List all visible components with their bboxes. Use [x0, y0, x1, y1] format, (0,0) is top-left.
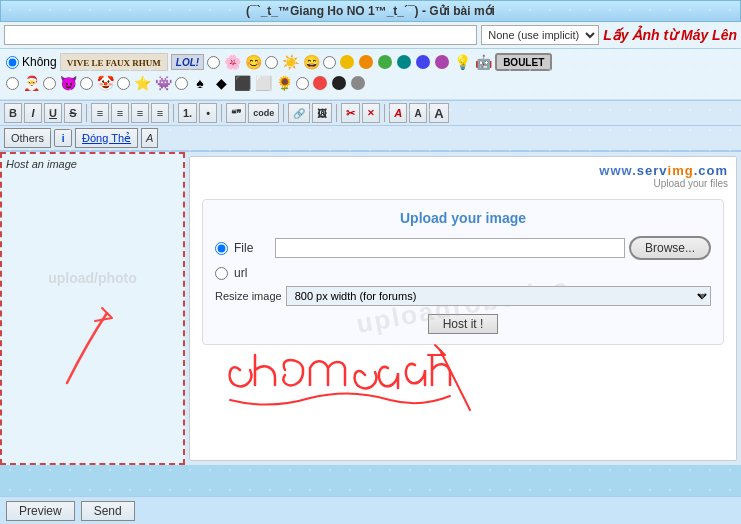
font-a2-button[interactable]: A — [409, 103, 427, 123]
send-button[interactable]: Send — [81, 501, 135, 521]
emote-face2[interactable]: 😄 — [302, 53, 320, 71]
top-input-row: None (use implicit) Lấy Ảnh từ Máy Lên — [0, 22, 741, 49]
toolbar-sep-5 — [336, 104, 337, 122]
subject-input[interactable] — [4, 25, 477, 45]
handwriting-svg-left — [7, 293, 177, 413]
scissors-button[interactable]: ✂ — [341, 103, 360, 123]
color-circle-gray[interactable] — [351, 76, 365, 90]
lol-image: LOL! — [171, 54, 204, 70]
strikethrough-button[interactable]: S — [64, 103, 82, 123]
emoticon-row-1: Không VIVE LE FAUX RHUM LOL! 🌸 😊 ☀️ 😄 💡 … — [6, 53, 735, 71]
font-a3-button[interactable]: A — [429, 103, 448, 123]
emote-sun2[interactable]: 🌻 — [275, 74, 293, 92]
file-radio[interactable] — [215, 242, 228, 255]
emote-sun[interactable]: ☀️ — [281, 53, 299, 71]
toolbar-row-1: B I U S ≡ ≡ ≡ ≡ 1. • ❝❞ code 🔗 🖼 ✂ ✕ A A… — [0, 100, 741, 126]
radio-row2-6[interactable] — [296, 77, 309, 90]
servimg-subtitle: Upload your files — [654, 178, 728, 189]
second-toolbar-row: Others i Đóng Thẻ A — [0, 126, 741, 151]
list-ul-button[interactable]: • — [199, 103, 217, 123]
code-button[interactable]: code — [248, 103, 279, 123]
a-italic-button[interactable]: A — [141, 128, 158, 148]
emote-star[interactable]: ⭐ — [133, 74, 151, 92]
radio-khong[interactable]: Không — [6, 55, 57, 69]
radio-row2-2[interactable] — [43, 77, 56, 90]
upload-title: Upload your image — [215, 210, 711, 226]
bottom-bar: Preview Send — [0, 496, 741, 524]
underline-button[interactable]: U — [44, 103, 62, 123]
list-ol-button[interactable]: 1. — [178, 103, 197, 123]
bold-button[interactable]: B — [4, 103, 22, 123]
emote-face1[interactable]: 😊 — [244, 53, 262, 71]
servimg-logo: www.servimg.com — [599, 161, 728, 178]
none-dropdown[interactable]: None (use implicit) — [481, 25, 599, 45]
color-circle-teal[interactable] — [397, 55, 411, 69]
emote-diamond[interactable]: ◆ — [212, 74, 230, 92]
link-button[interactable]: 🔗 — [288, 103, 310, 123]
align-justify-button[interactable]: ≡ — [151, 103, 169, 123]
emote-clown[interactable]: 🤡 — [96, 74, 114, 92]
title-bar: (¯`_t_™Giang Ho NO 1™_t_´¯) - Gửi bài mớ… — [0, 0, 741, 22]
align-right-button[interactable]: ≡ — [131, 103, 149, 123]
emote-alien[interactable]: 👾 — [154, 74, 172, 92]
font-a1-button[interactable]: A — [389, 103, 407, 123]
quote-button[interactable]: ❝❞ — [226, 103, 246, 123]
emoticon-row-2: 🎅 😈 🤡 ⭐ 👾 ♠ ◆ ⬛ ⬜ 🌻 — [6, 74, 735, 92]
color-circle-purple[interactable] — [435, 55, 449, 69]
preview-button[interactable]: Preview — [6, 501, 75, 521]
emote-flower[interactable]: 🌸 — [223, 53, 241, 71]
host-image-panel: Host an image upload/photo — [0, 152, 185, 465]
color-circle-red[interactable] — [313, 76, 327, 90]
toolbar-sep-2 — [173, 104, 174, 122]
url-radio[interactable] — [215, 267, 228, 280]
align-center-button[interactable]: ≡ — [111, 103, 129, 123]
host-it-button[interactable]: Host it ! — [428, 314, 499, 334]
window-title: (¯`_t_™Giang Ho NO 1™_t_´¯) - Gửi bài mớ… — [246, 4, 495, 18]
boulet-image: BOULET — [495, 53, 552, 71]
host-image-label: Host an image — [6, 158, 179, 170]
servimg-header: www.servimg.com Upload your files — [190, 157, 736, 191]
toolbar-sep-3 — [221, 104, 222, 122]
color-circle-orange[interactable] — [359, 55, 373, 69]
servimg-logo-text: www. — [599, 163, 636, 178]
url-row: url — [215, 266, 711, 280]
color-circle-green[interactable] — [378, 55, 392, 69]
color-circle-blue[interactable] — [416, 55, 430, 69]
browse-button[interactable]: Browse... — [629, 236, 711, 260]
dong-the-button[interactable]: Đóng Thẻ — [75, 128, 138, 148]
radio-emote3[interactable] — [323, 56, 336, 69]
emote-devil[interactable]: 😈 — [59, 74, 77, 92]
delete-button[interactable]: ✕ — [362, 103, 380, 123]
radio-row2-5[interactable] — [175, 77, 188, 90]
image-button[interactable]: 🖼 — [312, 103, 332, 123]
emote-bulb[interactable]: 💡 — [453, 53, 471, 71]
emote-square2[interactable]: ⬜ — [254, 74, 272, 92]
file-label: File — [234, 241, 269, 255]
panel-watermark: upload/photo — [48, 270, 137, 286]
resize-select[interactable]: 800 px width (for forums) — [286, 286, 711, 306]
lay-anh-label: Lấy Ảnh từ Máy Lên — [603, 27, 737, 43]
align-left-button[interactable]: ≡ — [91, 103, 109, 123]
others-button[interactable]: Others — [4, 128, 51, 148]
emoticons-area: Không VIVE LE FAUX RHUM LOL! 🌸 😊 ☀️ 😄 💡 … — [0, 49, 741, 100]
emote-heart[interactable]: ♠ — [191, 74, 209, 92]
emote-face3[interactable]: 🤖 — [474, 53, 492, 71]
radio-row2-1[interactable] — [6, 77, 19, 90]
radio-row2-4[interactable] — [117, 77, 130, 90]
resize-wrapper: 800 px width (for forums) — [286, 286, 711, 306]
toolbar-sep-1 — [86, 104, 87, 122]
radio-emote1[interactable] — [207, 56, 220, 69]
color-circle-yellow[interactable] — [340, 55, 354, 69]
radio-emote2[interactable] — [265, 56, 278, 69]
resize-row: Resize image 800 px width (for forums) — [215, 286, 711, 306]
servimg-panel: uploadrobotics www.servimg.com Upload yo… — [189, 156, 737, 461]
color-circle-black[interactable] — [332, 76, 346, 90]
italic-button[interactable]: I — [24, 103, 42, 123]
file-path-input[interactable] — [275, 238, 625, 258]
radio-row2-3[interactable] — [80, 77, 93, 90]
emote-square1[interactable]: ⬛ — [233, 74, 251, 92]
info-button[interactable]: i — [54, 129, 72, 147]
emote-santa[interactable]: 🎅 — [22, 74, 40, 92]
banner-vive: VIVE LE FAUX RHUM — [60, 53, 168, 71]
resize-label: Resize image — [215, 290, 282, 302]
